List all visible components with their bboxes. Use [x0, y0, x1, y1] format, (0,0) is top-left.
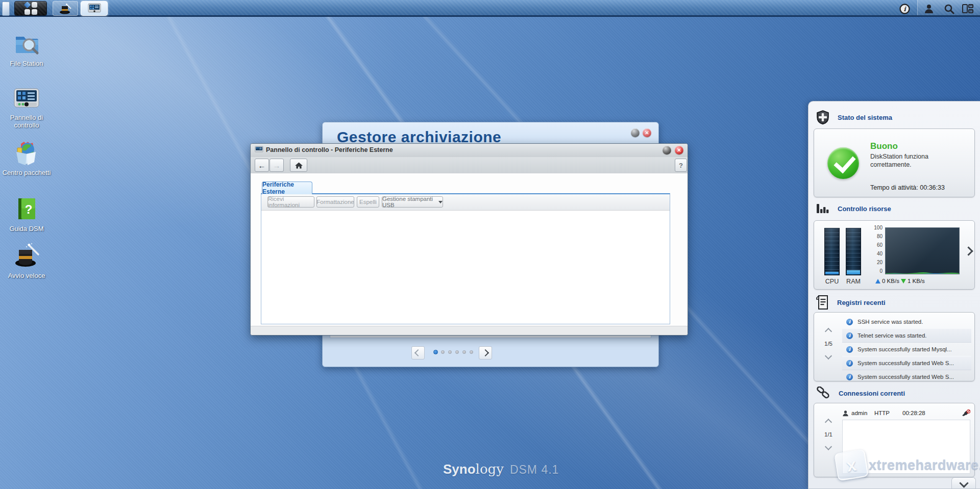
button-label: Gestione stampanti USB — [382, 196, 435, 208]
taskbar-quick-launch-button[interactable] — [53, 1, 78, 16]
forward-button[interactable]: → — [270, 159, 284, 172]
user-icon — [842, 410, 849, 417]
upload-arrow-icon — [875, 279, 880, 284]
info-icon: i — [846, 332, 853, 339]
widgets-pane-icon — [962, 4, 973, 13]
storage-manager-pagination — [323, 338, 658, 367]
connections-page-indicator: 1/1 — [818, 431, 839, 437]
chevron-down-icon — [825, 352, 832, 359]
desktop-icon-control-panel[interactable]: Pannello di controllo — [0, 88, 53, 129]
cpu-label: CPU — [824, 278, 840, 285]
close-icon[interactable]: ✕ — [675, 146, 683, 155]
download-arrow-icon — [901, 279, 906, 284]
log-row[interactable]: iSystem successfully started Web S... — [842, 370, 971, 383]
chevron-up-icon — [825, 419, 832, 426]
main-menu-icon — [24, 2, 37, 15]
title-bar[interactable]: Pannello di controllo - Periferiche Este… — [251, 144, 688, 158]
taskbar: i — [0, 0, 980, 17]
expand-resource-button[interactable] — [965, 247, 972, 256]
desktop-icon-package-center[interactable]: Centro pacchetti — [0, 141, 53, 176]
system-health-sidebar: Stato del sistema Buono DiskStation funz… — [808, 101, 980, 489]
connection-time: 00:28:28 — [902, 410, 938, 416]
recent-logs-card: 1/5 iSSH service was started. iTelnet se… — [814, 312, 975, 381]
status-ok-icon — [827, 147, 859, 179]
search-button[interactable] — [943, 3, 955, 15]
pagination-dot[interactable] — [433, 350, 438, 354]
home-icon — [295, 162, 303, 169]
help-button[interactable]: ? — [675, 159, 687, 172]
home-button[interactable] — [290, 159, 307, 172]
dsm-watermark: Synology DSM 4.1 — [443, 461, 559, 477]
log-row[interactable]: iSSH service was started. — [842, 315, 971, 328]
resource-monitor-card[interactable]: CPU RAM 100 80 60 40 20 0 0 KB/s 1 KB — [814, 220, 975, 290]
tab-periferiche-esterne[interactable]: Periferiche Esterne — [262, 182, 312, 194]
show-desktop-button[interactable] — [2, 2, 10, 16]
control-panel-window: Pannello di controllo - Periferiche Este… — [250, 143, 688, 336]
desktop-icon-dsm-help[interactable]: ? Guida DSM — [0, 197, 53, 233]
taskbar-control-panel-button[interactable] — [81, 1, 108, 16]
pagination-dot[interactable] — [455, 350, 459, 354]
network-traffic-chart — [885, 227, 960, 274]
button-label: Ricevi informazioni — [268, 196, 314, 208]
external-devices-panel: Ricevi informazioni Formattazione Espell… — [261, 193, 670, 324]
log-row[interactable]: iSystem successfully started Mysql... — [842, 343, 971, 356]
minimize-button[interactable] — [663, 146, 671, 155]
desktop-icon-label: Centro pacchetti — [0, 169, 53, 176]
close-icon[interactable]: ✕ — [643, 128, 651, 137]
pagination-dot[interactable] — [462, 350, 466, 354]
desktop: i — [0, 0, 980, 489]
sidebar-collapse-button[interactable] — [951, 477, 976, 488]
main-menu-button[interactable] — [14, 1, 47, 16]
format-button[interactable]: Formattazione — [316, 196, 354, 208]
page-next-button[interactable] — [479, 346, 492, 359]
log-row[interactable]: iSystem successfully started Web S... — [842, 356, 971, 370]
tab-label: Periferiche Esterne — [262, 181, 312, 195]
widget-title: Registri recenti — [837, 299, 886, 306]
connection-row[interactable]: admin HTTP 00:28:28 — [842, 407, 970, 419]
log-list: iSSH service was started. iTelnet servic… — [842, 315, 971, 383]
control-panel-icon — [13, 88, 40, 110]
usb-printer-menu-button[interactable]: Gestione stampanti USB — [382, 196, 443, 208]
desktop-icon-file-station[interactable]: File Station — [0, 32, 53, 67]
shield-icon — [816, 110, 829, 124]
logs-page-down-button[interactable] — [818, 351, 839, 361]
svg-text:?: ? — [25, 202, 33, 216]
info-icon: i — [899, 4, 910, 14]
log-row[interactable]: iTelnet service was started. — [842, 328, 971, 343]
connections-list-area — [842, 420, 970, 474]
chevron-down-icon — [959, 478, 968, 487]
back-button[interactable]: ← — [255, 159, 269, 172]
pagination-dot[interactable] — [448, 350, 452, 354]
pagination-dot[interactable] — [441, 350, 445, 354]
logs-page-up-button[interactable] — [818, 327, 839, 336]
chevron-right-icon — [964, 246, 973, 255]
info-icon: i — [846, 319, 853, 325]
disconnect-icon[interactable] — [962, 409, 970, 417]
window-title: Pannello di controllo - Periferiche Este… — [266, 146, 393, 153]
download-rate: 1 KB/s — [908, 278, 925, 284]
user-menu-button[interactable] — [923, 3, 935, 15]
upload-rate: 0 KB/s — [882, 278, 899, 284]
connections-page-up-button[interactable] — [818, 418, 839, 427]
info-icon: i — [846, 374, 853, 380]
pilot-view-button[interactable] — [962, 3, 974, 15]
minimize-button[interactable] — [631, 128, 640, 137]
package-center-icon — [13, 141, 40, 165]
window-footer — [251, 326, 688, 335]
page-prev-button[interactable] — [411, 346, 425, 359]
pagination-dot[interactable] — [470, 350, 473, 354]
log-document-icon — [816, 295, 829, 310]
magic-hat-icon — [59, 3, 72, 15]
resource-monitor-header: Controllo risorse — [816, 203, 891, 214]
widget-title: Stato del sistema — [838, 114, 892, 121]
button-label: Formattazione — [316, 199, 354, 205]
desktop-icon-label: Avvio veloce — [0, 272, 53, 279]
info-button[interactable]: i — [898, 3, 911, 15]
chevron-down-icon — [825, 443, 832, 450]
desktop-icon-quick-start[interactable]: Avvio veloce — [0, 242, 53, 279]
get-info-button[interactable]: Ricevi informazioni — [267, 196, 314, 208]
connections-page-down-button[interactable] — [818, 442, 839, 451]
logs-pager: 1/5 — [818, 327, 839, 361]
cpu-gauge — [824, 228, 840, 275]
eject-button[interactable]: Espelli — [357, 196, 379, 208]
